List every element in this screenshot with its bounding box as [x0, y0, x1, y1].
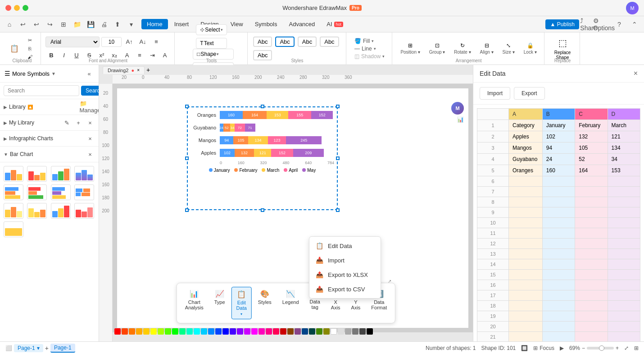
cell-1-c[interactable]: February	[575, 120, 608, 131]
handle-tc[interactable]	[261, 105, 264, 108]
minimize-button[interactable]	[14, 5, 20, 11]
close-button[interactable]	[5, 5, 11, 11]
zoom-in-button[interactable]: +	[616, 345, 619, 351]
color-purple[interactable]	[295, 328, 301, 335]
underline-button[interactable]: U	[71, 50, 82, 61]
library-label[interactable]: Library 🔼	[4, 104, 33, 110]
dropdown-import[interactable]: 📥 Import	[309, 253, 381, 267]
cell-12-d[interactable]	[608, 239, 640, 249]
focus-zoom-icon[interactable]: ⊞	[533, 345, 538, 351]
color-magenta[interactable]	[251, 328, 258, 335]
cell-4-d[interactable]: 34	[608, 154, 640, 165]
add-tab-button[interactable]: +	[146, 66, 150, 74]
cell-13-a[interactable]	[509, 249, 543, 259]
cell-12-a[interactable]	[509, 239, 543, 249]
color-hot-pink[interactable]	[266, 328, 272, 335]
cell-10-b[interactable]	[542, 218, 575, 228]
type-button[interactable]: 📈 Type	[210, 287, 230, 319]
print-icon[interactable]: 🖨	[98, 18, 110, 30]
paste-button[interactable]: 📋	[7, 42, 22, 55]
cell-21-a[interactable]	[509, 332, 543, 342]
cell-15-a[interactable]	[509, 270, 543, 280]
new-icon[interactable]: ⊞	[58, 18, 69, 30]
handle-bl[interactable]	[185, 208, 189, 212]
cell-1-b[interactable]: January	[542, 120, 575, 131]
help-icon[interactable]: ?	[613, 18, 625, 30]
cell-17-d[interactable]	[608, 290, 640, 301]
color-olive[interactable]	[316, 328, 322, 335]
cell-16-d[interactable]	[608, 280, 640, 290]
col-header-b[interactable]: B	[542, 109, 575, 120]
menu-ai[interactable]: AI hot	[321, 19, 349, 29]
rotate-button[interactable]: ↻Rotate ▾	[450, 41, 474, 56]
cell-14-d[interactable]	[608, 259, 640, 270]
cell-5-d[interactable]: 153	[608, 165, 640, 176]
color-violet[interactable]	[237, 328, 243, 335]
color-dark-red[interactable]	[280, 328, 286, 335]
cell-19-a[interactable]	[509, 311, 543, 322]
cell-2-d[interactable]: 121	[608, 131, 640, 143]
cell-1-a[interactable]: Category	[509, 120, 543, 131]
cell-20-a[interactable]	[509, 322, 543, 332]
cell-6-c[interactable]	[575, 176, 608, 187]
cell-20-d[interactable]	[608, 322, 640, 332]
menu-symbols[interactable]: Symbols	[249, 19, 283, 29]
size-button[interactable]: ⤡Size ▾	[499, 41, 518, 56]
group-button[interactable]: ⊡Group ▾	[426, 41, 449, 56]
style-pill-5[interactable]: Abc	[253, 50, 272, 60]
page-tab-1[interactable]: Page-1 ▾	[14, 344, 43, 352]
cell-21-d[interactable]	[608, 332, 640, 342]
cut-button[interactable]: ✂	[23, 37, 37, 44]
color-red[interactable]	[114, 328, 121, 335]
color-teal[interactable]	[309, 328, 315, 335]
cell-15-d[interactable]	[608, 270, 640, 280]
handle-bc[interactable]	[261, 208, 264, 212]
cell-3-a[interactable]: Mangos	[509, 143, 543, 154]
menu-view[interactable]: View	[225, 19, 249, 29]
legend-button[interactable]: 📉 Legend	[278, 287, 304, 319]
cell-11-c[interactable]	[575, 228, 608, 239]
color-black[interactable]	[367, 328, 373, 335]
font-family-select[interactable]: Arial	[45, 37, 100, 47]
chart-icon-btn[interactable]: 📊	[457, 116, 464, 123]
color-crimson[interactable]	[273, 328, 279, 335]
chevron-up-icon[interactable]: ⌃	[629, 18, 640, 30]
chart-thumb-4[interactable]	[74, 166, 94, 182]
cell-10-a[interactable]	[509, 218, 543, 228]
cell-9-c[interactable]	[575, 207, 608, 218]
cell-8-c[interactable]	[575, 197, 608, 207]
color-orange-red[interactable]	[122, 328, 128, 335]
color-dodger-blue[interactable]	[208, 328, 214, 335]
cell-13-b[interactable]	[542, 249, 575, 259]
bold-button[interactable]: B	[45, 50, 57, 61]
dropdown-edit-data[interactable]: 📋 Edit Data	[309, 239, 381, 253]
cell-18-b[interactable]	[542, 301, 575, 311]
cell-19-d[interactable]	[608, 311, 640, 322]
sidebar-dropdown-icon[interactable]	[51, 71, 56, 76]
menu-advanced[interactable]: Advanced	[283, 19, 320, 29]
style-pill-4[interactable]: Abc	[320, 37, 339, 47]
zoom-slider[interactable]	[587, 347, 614, 349]
cell-12-b[interactable]	[542, 239, 575, 249]
my-library-label[interactable]: My Library	[4, 120, 34, 126]
chart-thumb-5[interactable]	[4, 184, 23, 200]
color-green-yellow[interactable]	[165, 328, 171, 335]
my-library-close-icon[interactable]: ×	[85, 118, 95, 128]
chart-thumb-10[interactable]	[27, 203, 47, 219]
color-gray[interactable]	[345, 328, 351, 335]
color-dark-yellow[interactable]	[323, 328, 330, 335]
color-cyan[interactable]	[194, 328, 200, 335]
cell-7-c[interactable]	[575, 187, 608, 197]
cell-20-b[interactable]	[542, 322, 575, 332]
copy-button[interactable]: ⎘	[23, 45, 37, 52]
list-button[interactable]: ≡	[134, 50, 145, 61]
cell-11-d[interactable]	[608, 228, 640, 239]
cell-18-d[interactable]	[608, 301, 640, 311]
cell-18-c[interactable]	[575, 301, 608, 311]
dropdown-export-xlsx[interactable]: 📤 Export to XLSX	[309, 267, 381, 282]
my-library-add-icon[interactable]: +	[73, 118, 83, 128]
lock-button[interactable]: 🔒Lock ▾	[520, 41, 540, 56]
menu-home[interactable]: Home	[141, 19, 168, 29]
color-medium-gray[interactable]	[352, 328, 358, 335]
zoom-thumb[interactable]	[599, 345, 604, 351]
